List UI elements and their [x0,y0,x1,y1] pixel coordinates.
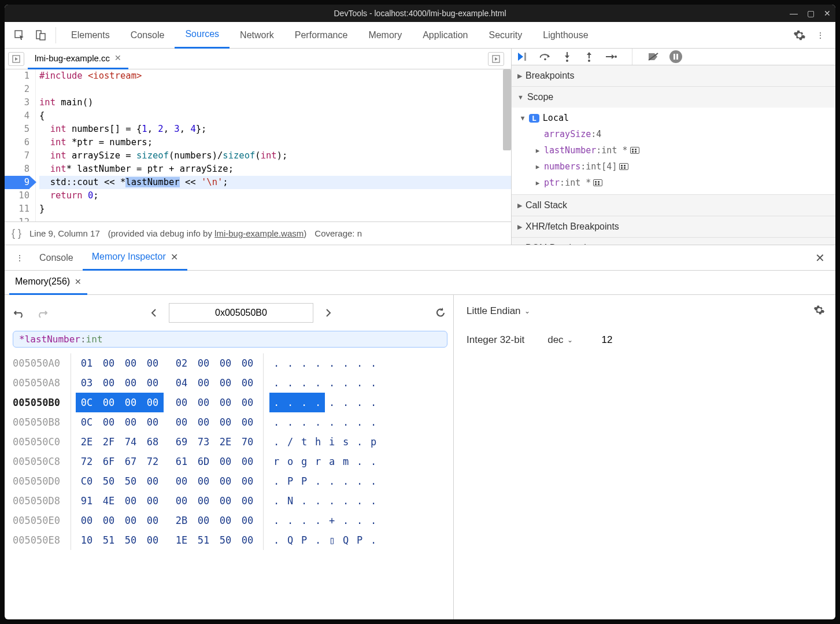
hex-row[interactable]: 005050E8105150001E515000.QP.▯QP. [13,530,447,550]
code-line[interactable]: return 0; [39,189,511,202]
toggle-debugger-icon[interactable] [488,52,504,66]
hex-row[interactable]: 005050B00C00000000000000........ [13,393,447,412]
hex-row[interactable]: 005050D0C050500000000000.PP..... [13,471,447,491]
tab-application[interactable]: Application [412,22,478,49]
inspect-icon[interactable] [12,27,28,43]
interpreter-settings-icon[interactable] [813,304,825,316]
tab-lighthouse[interactable]: Lighthouse [532,22,598,49]
cursor-position: Line 9, Column 17 [29,228,100,238]
chevron-right-icon: ▶ [517,223,522,231]
hex-row[interactable]: 005050B80C00000000000000........ [13,412,447,432]
code-line[interactable]: #include <iostream> [39,69,511,83]
code-line[interactable]: { [39,109,511,123]
callstack-section[interactable]: ▶Call Stack [512,195,835,216]
tab-elements[interactable]: Elements [61,22,120,49]
code-editor[interactable]: 123456789101112 #include <iostream>int m… [5,69,511,221]
tab-sources[interactable]: Sources [175,22,230,49]
close-drawer-icon[interactable]: ✕ [815,251,831,265]
hex-row[interactable]: 005050E0000000002B000000....+... [13,511,447,530]
hex-row[interactable]: 005050C8726F6772616D0000rogram.. [13,452,447,471]
resume-icon[interactable] [517,51,529,62]
status-bar: { } Line 9, Column 17 (provided via debu… [5,221,511,245]
format-icon[interactable]: { } [12,227,21,239]
debug-info-text: (provided via debug info by lmi-bug-exam… [108,228,307,238]
more-menu-icon[interactable]: ⋮ [812,27,828,43]
close-tab-icon[interactable]: ✕ [75,277,82,286]
hex-row[interactable]: 005050C02E2F746869732E70./this.p [13,432,447,452]
svg-rect-11 [674,54,675,60]
page-next-icon[interactable] [321,306,335,320]
drawer-tab-console[interactable]: Console [30,245,83,271]
deactivate-breakpoints-icon[interactable] [647,51,659,62]
scope-variable[interactable]: ▶ptr: int * [512,175,835,191]
memory-tab[interactable]: Memory(256)✕ [9,271,87,295]
file-tab[interactable]: lmi-bug-example.cc ✕ [28,49,128,69]
drawer-tab-memory-inspector[interactable]: Memory Inspector✕ [83,245,187,271]
step-over-icon[interactable] [539,51,551,62]
step-icon[interactable] [605,51,617,62]
debugger-toolbar [512,49,835,65]
step-out-icon[interactable] [583,51,595,62]
scope-local[interactable]: ▼LLocal [512,110,835,126]
code-line[interactable]: } [39,202,511,216]
page-prev-icon[interactable] [147,306,161,320]
scope-variable[interactable]: ▶lastNumber: int * [512,142,835,158]
pause-exceptions-icon[interactable] [669,50,682,63]
code-line[interactable]: int* lastNumber = ptr + arraySize; [39,163,511,176]
svg-rect-12 [676,54,678,60]
scope-variable[interactable]: arraySize: 4 [512,126,835,142]
code-line[interactable]: int main() [39,96,511,109]
dom-breakpoints-section[interactable]: ▶DOM Breakpoints [512,238,835,245]
tab-console[interactable]: Console [120,22,175,49]
tab-performance[interactable]: Performance [284,22,358,49]
step-into-icon[interactable] [561,51,573,62]
close-icon[interactable]: ✕ [824,9,831,18]
hex-viewer: *lastNumber: int 005050A0010000000200000… [5,295,454,619]
endianness-select[interactable]: Little Endian⌄ [467,305,530,317]
scope-variable[interactable]: ▶numbers: int[4] [512,158,835,175]
history-back-icon[interactable] [13,306,27,320]
drawer-menu-icon[interactable]: ⋮ [12,250,28,266]
tab-memory[interactable]: Memory [358,22,412,49]
highlight-pill[interactable]: *lastNumber: int [13,331,447,348]
drawer-tab-bar: ⋮ Console Memory Inspector✕ ✕ [5,245,835,271]
close-tab-icon[interactable]: ✕ [114,53,121,62]
base-select[interactable]: dec⌄ [547,334,572,346]
breakpoints-section[interactable]: ▶Breakpoints [512,65,835,86]
local-badge: L [529,114,539,123]
code-line[interactable] [39,216,511,221]
settings-gear-icon[interactable] [791,27,808,43]
wasm-link[interactable]: lmi-bug-example.wasm [214,228,304,238]
xhr-breakpoints-section[interactable]: ▶XHR/fetch Breakpoints [512,216,835,237]
address-input[interactable] [169,303,313,323]
reveal-memory-icon[interactable] [619,163,628,170]
tab-network[interactable]: Network [230,22,284,49]
code-line[interactable] [39,83,511,96]
device-toggle-icon[interactable] [32,27,49,43]
code-line[interactable]: int arraySize = sizeof(numbers)/sizeof(i… [39,149,511,163]
tab-security[interactable]: Security [478,22,532,49]
memory-tab-bar: Memory(256)✕ [5,271,835,295]
window-title: DevTools - localhost:4000/lmi-bug-exampl… [334,9,506,18]
hex-row[interactable]: 005050A80300000004000000........ [13,373,447,393]
minimize-icon[interactable]: — [790,9,798,18]
close-tab-icon[interactable]: ✕ [171,252,178,263]
toggle-navigator-icon[interactable] [8,52,24,66]
chevron-down-icon: ⌄ [567,336,573,344]
code-line[interactable]: int numbers[] = {1, 2, 3, 4}; [39,123,511,136]
reveal-memory-icon[interactable] [630,147,639,154]
history-forward-icon[interactable] [35,306,49,320]
code-line[interactable]: int *ptr = numbers; [39,136,511,149]
refresh-icon[interactable] [434,306,447,320]
reveal-memory-icon[interactable] [593,179,602,186]
hex-row[interactable]: 005050D8914E000000000000.N...... [13,491,447,511]
window-titlebar: DevTools - localhost:4000/lmi-bug-exampl… [5,5,835,22]
chevron-down-icon: ⌄ [524,307,530,315]
maximize-icon[interactable]: ▢ [807,9,815,18]
coverage-text: Coverage: n [314,228,362,238]
svg-point-9 [615,56,617,58]
hex-row[interactable]: 005050A00100000002000000........ [13,353,447,373]
code-line[interactable]: std::cout << *lastNumber << '\n'; [39,176,511,189]
scrollbar-thumb[interactable] [503,69,511,150]
scope-section[interactable]: ▼Scope [512,87,835,108]
